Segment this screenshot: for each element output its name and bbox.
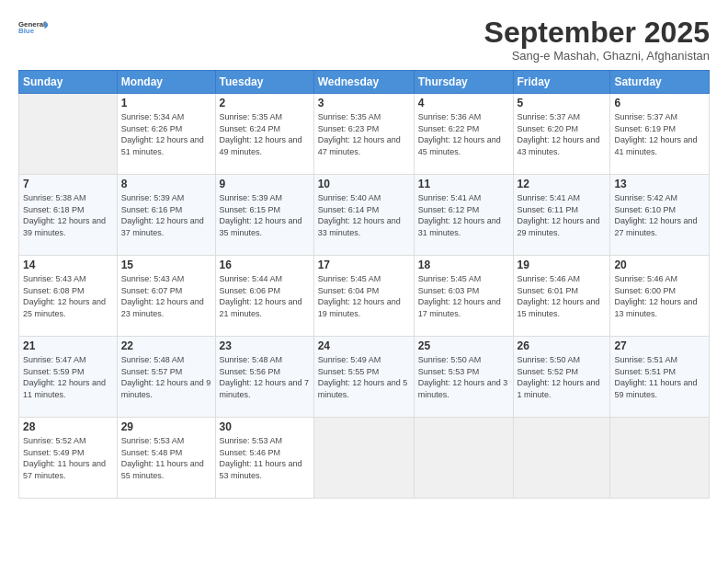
day-number: 24 (318, 339, 410, 352)
table-cell: 14 Sunrise: 5:43 AMSunset: 6:08 PMDaylig… (19, 256, 118, 337)
day-number: 17 (318, 259, 410, 271)
location-subtitle: Sang-e Mashah, Ghazni, Afghanistan (484, 49, 710, 63)
table-cell: 6 Sunrise: 5:37 AMSunset: 6:19 PMDayligh… (610, 94, 710, 175)
day-number: 22 (121, 339, 211, 352)
day-number: 16 (220, 259, 310, 271)
table-cell: 20 Sunrise: 5:46 AMSunset: 6:00 PMDaylig… (610, 256, 710, 337)
day-number: 15 (121, 259, 211, 271)
calendar-week-2: 7 Sunrise: 5:38 AMSunset: 6:18 PMDayligh… (19, 175, 710, 256)
day-number: 19 (518, 259, 607, 271)
day-number: 6 (614, 97, 705, 109)
day-info: Sunrise: 5:44 AMSunset: 6:06 PMDaylight:… (220, 273, 310, 319)
day-info: Sunrise: 5:36 AMSunset: 6:22 PMDaylight:… (418, 111, 509, 157)
day-info: Sunrise: 5:52 AMSunset: 5:49 PMDaylight:… (23, 435, 113, 481)
day-number: 5 (518, 97, 607, 109)
svg-text:Blue: Blue (18, 27, 35, 35)
day-info: Sunrise: 5:53 AMSunset: 5:46 PMDaylight:… (220, 435, 310, 481)
day-info: Sunrise: 5:53 AMSunset: 5:48 PMDaylight:… (121, 435, 211, 481)
day-info: Sunrise: 5:51 AMSunset: 5:51 PMDaylight:… (614, 354, 705, 400)
logo: General Blue (18, 17, 48, 39)
table-cell: 30 Sunrise: 5:53 AMSunset: 5:46 PMDaylig… (215, 418, 313, 499)
table-cell: 23 Sunrise: 5:48 AMSunset: 5:56 PMDaylig… (215, 337, 313, 418)
day-info: Sunrise: 5:41 AMSunset: 6:12 PMDaylight:… (418, 192, 509, 238)
calendar-week-4: 21 Sunrise: 5:47 AMSunset: 5:59 PMDaylig… (19, 337, 710, 418)
table-cell (313, 418, 414, 499)
day-info: Sunrise: 5:40 AMSunset: 6:14 PMDaylight:… (318, 192, 410, 238)
day-number: 2 (220, 97, 310, 109)
day-number: 12 (518, 178, 607, 190)
table-cell: 4 Sunrise: 5:36 AMSunset: 6:22 PMDayligh… (414, 94, 513, 175)
day-info: Sunrise: 5:34 AMSunset: 6:26 PMDaylight:… (121, 111, 211, 157)
day-number: 10 (318, 178, 410, 190)
day-number: 20 (614, 259, 705, 271)
table-cell: 2 Sunrise: 5:35 AMSunset: 6:24 PMDayligh… (215, 94, 313, 175)
day-info: Sunrise: 5:43 AMSunset: 6:07 PMDaylight:… (121, 273, 211, 319)
table-cell: 10 Sunrise: 5:40 AMSunset: 6:14 PMDaylig… (313, 175, 414, 256)
day-number: 9 (220, 178, 310, 190)
table-cell: 16 Sunrise: 5:44 AMSunset: 6:06 PMDaylig… (215, 256, 313, 337)
table-cell (414, 418, 513, 499)
calendar-page: General Blue September 2025 Sang-e Masha… (0, 0, 728, 563)
day-info: Sunrise: 5:47 AMSunset: 5:59 PMDaylight:… (23, 354, 113, 400)
table-cell: 19 Sunrise: 5:46 AMSunset: 6:01 PMDaylig… (513, 256, 610, 337)
day-info: Sunrise: 5:41 AMSunset: 6:11 PMDaylight:… (518, 192, 607, 238)
day-number: 26 (518, 339, 607, 352)
day-number: 21 (23, 339, 113, 352)
day-number: 14 (23, 259, 113, 271)
day-number: 8 (121, 178, 211, 190)
calendar-week-3: 14 Sunrise: 5:43 AMSunset: 6:08 PMDaylig… (19, 256, 710, 337)
day-number: 18 (418, 259, 509, 271)
header-area: General Blue September 2025 Sang-e Masha… (18, 17, 710, 63)
table-cell: 25 Sunrise: 5:50 AMSunset: 5:53 PMDaylig… (414, 337, 513, 418)
day-number: 25 (418, 339, 509, 352)
title-area: September 2025 Sang-e Mashah, Ghazni, Af… (484, 17, 710, 63)
table-cell: 18 Sunrise: 5:45 AMSunset: 6:03 PMDaylig… (414, 256, 513, 337)
table-cell: 12 Sunrise: 5:41 AMSunset: 6:11 PMDaylig… (513, 175, 610, 256)
day-info: Sunrise: 5:39 AMSunset: 6:16 PMDaylight:… (121, 192, 211, 238)
table-cell: 3 Sunrise: 5:35 AMSunset: 6:23 PMDayligh… (313, 94, 414, 175)
day-number: 7 (23, 178, 113, 190)
day-info: Sunrise: 5:49 AMSunset: 5:55 PMDaylight:… (318, 354, 410, 400)
day-info: Sunrise: 5:46 AMSunset: 6:00 PMDaylight:… (614, 273, 705, 319)
day-number: 29 (121, 420, 211, 433)
calendar-table: Sunday Monday Tuesday Wednesday Thursday… (18, 70, 710, 499)
day-number: 23 (220, 339, 310, 352)
table-cell: 5 Sunrise: 5:37 AMSunset: 6:20 PMDayligh… (513, 94, 610, 175)
table-cell (610, 418, 710, 499)
table-cell: 17 Sunrise: 5:45 AMSunset: 6:04 PMDaylig… (313, 256, 414, 337)
table-cell: 15 Sunrise: 5:43 AMSunset: 6:07 PMDaylig… (117, 256, 215, 337)
day-info: Sunrise: 5:39 AMSunset: 6:15 PMDaylight:… (220, 192, 310, 238)
day-number: 13 (614, 178, 705, 190)
day-info: Sunrise: 5:43 AMSunset: 6:08 PMDaylight:… (23, 273, 113, 319)
day-info: Sunrise: 5:45 AMSunset: 6:03 PMDaylight:… (418, 273, 509, 319)
table-cell: 29 Sunrise: 5:53 AMSunset: 5:48 PMDaylig… (117, 418, 215, 499)
day-info: Sunrise: 5:42 AMSunset: 6:10 PMDaylight:… (614, 192, 705, 238)
table-cell: 22 Sunrise: 5:48 AMSunset: 5:57 PMDaylig… (117, 337, 215, 418)
day-info: Sunrise: 5:37 AMSunset: 6:19 PMDaylight:… (614, 111, 705, 157)
logo-svg: General Blue (18, 17, 48, 39)
table-cell: 7 Sunrise: 5:38 AMSunset: 6:18 PMDayligh… (19, 175, 118, 256)
table-cell: 28 Sunrise: 5:52 AMSunset: 5:49 PMDaylig… (19, 418, 118, 499)
day-number: 3 (318, 97, 410, 109)
day-info: Sunrise: 5:46 AMSunset: 6:01 PMDaylight:… (518, 273, 607, 319)
col-monday: Monday (117, 71, 215, 94)
day-info: Sunrise: 5:48 AMSunset: 5:56 PMDaylight:… (220, 354, 310, 400)
table-cell: 1 Sunrise: 5:34 AMSunset: 6:26 PMDayligh… (117, 94, 215, 175)
table-cell: 21 Sunrise: 5:47 AMSunset: 5:59 PMDaylig… (19, 337, 118, 418)
calendar-week-5: 28 Sunrise: 5:52 AMSunset: 5:49 PMDaylig… (19, 418, 710, 499)
col-friday: Friday (513, 71, 610, 94)
table-cell: 27 Sunrise: 5:51 AMSunset: 5:51 PMDaylig… (610, 337, 710, 418)
day-info: Sunrise: 5:35 AMSunset: 6:23 PMDaylight:… (318, 111, 410, 157)
col-thursday: Thursday (414, 71, 513, 94)
day-number: 4 (418, 97, 509, 109)
day-number: 28 (23, 420, 113, 433)
svg-marker-2 (45, 21, 48, 29)
table-cell: 24 Sunrise: 5:49 AMSunset: 5:55 PMDaylig… (313, 337, 414, 418)
calendar-header-row: Sunday Monday Tuesday Wednesday Thursday… (19, 71, 710, 94)
day-info: Sunrise: 5:45 AMSunset: 6:04 PMDaylight:… (318, 273, 410, 319)
day-info: Sunrise: 5:48 AMSunset: 5:57 PMDaylight:… (121, 354, 211, 400)
table-cell: 9 Sunrise: 5:39 AMSunset: 6:15 PMDayligh… (215, 175, 313, 256)
day-number: 30 (220, 420, 310, 433)
day-info: Sunrise: 5:38 AMSunset: 6:18 PMDaylight:… (23, 192, 113, 238)
table-cell: 8 Sunrise: 5:39 AMSunset: 6:16 PMDayligh… (117, 175, 215, 256)
